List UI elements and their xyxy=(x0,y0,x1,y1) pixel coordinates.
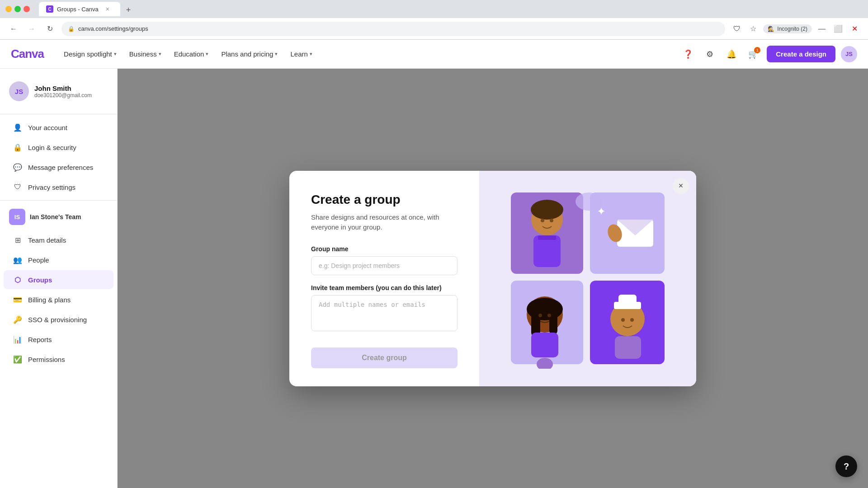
sidebar-message-prefs-label: Message preferences xyxy=(28,164,93,171)
content-area: × Create a group Share designs and resou… xyxy=(118,69,868,488)
browser-close-window[interactable]: ✕ xyxy=(848,23,861,35)
incognito-icon: 🕵 xyxy=(768,26,774,32)
puzzle-svg: ✦ ✦ xyxy=(506,188,669,369)
svg-point-29 xyxy=(576,192,603,211)
sidebar-item-people[interactable]: 👥 People xyxy=(4,250,113,269)
new-tab-button[interactable]: + xyxy=(122,4,135,16)
team-avatar: IS xyxy=(9,209,25,225)
browser-maximize[interactable] xyxy=(14,6,21,12)
svg-rect-25 xyxy=(618,295,637,305)
sidebar-item-login-security[interactable]: 🔒 Login & security xyxy=(4,138,113,157)
topnav-right: ❓ ⚙ 🔔 🛒 1 Create a design JS xyxy=(680,46,857,62)
svg-point-2 xyxy=(531,200,563,220)
browser-controls xyxy=(5,6,30,12)
sidebar-item-sso-provisioning[interactable]: 🔑 SSO & provisioning xyxy=(4,310,113,329)
sidebar-user-email: doe301200@gmail.com xyxy=(34,92,92,99)
groups-icon: ⬡ xyxy=(13,275,23,285)
settings-button[interactable]: ⚙ xyxy=(702,46,718,62)
sidebar-item-groups[interactable]: ⬡ Groups xyxy=(4,270,113,289)
svg-rect-18 xyxy=(531,333,558,357)
modal-description: Share designs and resources at once, wit… xyxy=(311,212,458,233)
sidebar-people-label: People xyxy=(28,256,49,264)
group-name-input[interactable] xyxy=(311,256,458,275)
modal-overlay[interactable]: × Create a group Share designs and resou… xyxy=(118,69,868,488)
user-avatar-initials: JS xyxy=(845,51,853,57)
tab-title: Groups - Canva xyxy=(57,6,99,13)
puzzle-illustration: ✦ ✦ xyxy=(506,188,669,369)
group-name-label: Group name xyxy=(311,245,458,253)
browser-minimize[interactable] xyxy=(5,6,12,12)
forward-button[interactable]: → xyxy=(25,23,38,35)
nav-design-spotlight[interactable]: Design spotlight ▾ xyxy=(58,47,122,61)
bookmark-button[interactable]: ☆ xyxy=(747,23,760,35)
create-group-button[interactable]: Create group xyxy=(311,347,458,368)
nav-business[interactable]: Business ▾ xyxy=(124,47,167,61)
sidebar-login-security-label: Login & security xyxy=(28,144,76,151)
grid-icon: ⊞ xyxy=(13,235,23,245)
nav-education[interactable]: Education ▾ xyxy=(169,47,214,61)
billing-icon: 💳 xyxy=(13,295,23,305)
sidebar-user-avatar: JS xyxy=(9,81,29,101)
chevron-down-icon: ▾ xyxy=(310,51,312,57)
sidebar-item-team-details[interactable]: ⊞ Team details xyxy=(4,230,113,249)
sidebar-item-message-preferences[interactable]: 💬 Message preferences xyxy=(4,158,113,177)
cart-badge: 1 xyxy=(754,47,760,53)
shield-extension-button[interactable]: 🛡 xyxy=(731,23,743,35)
help-button[interactable]: ❓ xyxy=(680,46,696,62)
nav-learn[interactable]: Learn ▾ xyxy=(285,47,317,61)
team-name: Ian Stone's Team xyxy=(30,213,81,221)
back-button[interactable]: ← xyxy=(7,23,20,35)
sidebar-user: JS John Smith doe301200@gmail.com xyxy=(0,76,117,110)
sidebar-privacy-label: Privacy settings xyxy=(28,183,75,191)
sidebar-item-privacy-settings[interactable]: 🛡 Privacy settings xyxy=(4,178,113,197)
incognito-badge[interactable]: 🕵 Incognito (2) xyxy=(763,24,812,33)
svg-point-19 xyxy=(538,314,542,317)
tab-close-icon[interactable]: × xyxy=(106,5,109,13)
people-icon: 👥 xyxy=(13,255,23,265)
sidebar-sso-label: SSO & provisioning xyxy=(28,316,87,324)
svg-rect-3 xyxy=(533,235,561,267)
chevron-down-icon: ▾ xyxy=(275,51,278,57)
main-layout: JS John Smith doe301200@gmail.com 👤 Your… xyxy=(0,69,868,488)
close-icon: × xyxy=(679,181,684,191)
create-design-button[interactable]: Create a design xyxy=(767,46,835,62)
reload-button[interactable]: ↻ xyxy=(43,23,56,35)
invite-textarea[interactable] xyxy=(311,295,458,331)
url-text: canva.com/settings/groups xyxy=(78,25,148,32)
chevron-down-icon: ▾ xyxy=(159,51,161,57)
help-fab[interactable]: ? xyxy=(835,455,857,477)
cart-button[interactable]: 🛒 1 xyxy=(745,46,761,62)
browser-restore[interactable]: ⬜ xyxy=(832,23,844,35)
address-bar[interactable]: 🔒 canva.com/settings/groups xyxy=(61,22,725,36)
svg-point-5 xyxy=(541,219,544,222)
lock-icon: 🔒 xyxy=(13,142,23,152)
sidebar-item-your-account[interactable]: 👤 Your account xyxy=(4,118,113,137)
modal-left: Create a group Share designs and resourc… xyxy=(289,171,479,386)
nav-education-label: Education xyxy=(174,50,204,58)
canva-logo[interactable]: Canva xyxy=(11,47,44,61)
svg-point-20 xyxy=(547,314,551,317)
permissions-icon: ✅ xyxy=(13,354,23,364)
person-icon: 👤 xyxy=(13,122,23,132)
modal-right: ✦ ✦ xyxy=(479,171,696,386)
modal-close-button[interactable]: × xyxy=(673,178,689,194)
sidebar-divider-1 xyxy=(0,114,117,114)
address-bar-row: ← → ↻ 🔒 canva.com/settings/groups 🛡 ☆ 🕵 … xyxy=(0,18,868,40)
browser-minimize-window[interactable]: — xyxy=(816,23,828,35)
sidebar-team-details-label: Team details xyxy=(28,236,66,244)
sidebar-item-reports[interactable]: 📊 Reports xyxy=(4,330,113,349)
svg-rect-17 xyxy=(549,310,557,335)
user-avatar[interactable]: JS xyxy=(841,46,857,62)
browser-tab[interactable]: C Groups - Canva × xyxy=(39,2,120,16)
reports-icon: 📊 xyxy=(13,334,23,344)
sidebar-item-permissions[interactable]: ✅ Permissions xyxy=(4,350,113,369)
notifications-button[interactable]: 🔔 xyxy=(723,46,740,62)
invite-label: Invite team members (you can do this lat… xyxy=(311,284,458,291)
nav-plans-pricing[interactable]: Plans and pricing ▾ xyxy=(216,47,283,61)
shield-icon: 🛡 xyxy=(13,182,23,192)
team-header: IS Ian Stone's Team xyxy=(0,204,117,230)
svg-point-28 xyxy=(630,318,634,322)
browser-close[interactable] xyxy=(24,6,30,12)
sidebar-item-billing-plans[interactable]: 💳 Billing & plans xyxy=(4,290,113,309)
create-design-label: Create a design xyxy=(776,50,826,58)
